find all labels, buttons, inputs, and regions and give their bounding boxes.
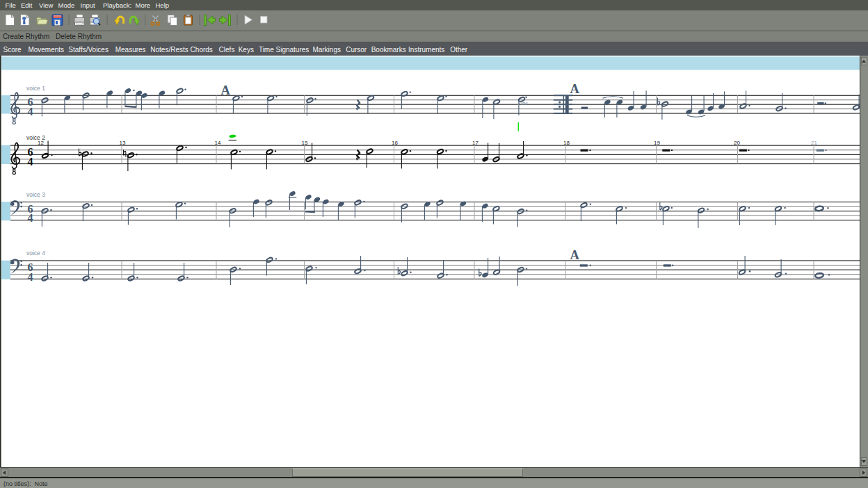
- svg-text:13: 13: [120, 140, 126, 146]
- svg-text:4: 4: [28, 212, 33, 224]
- svg-text:21: 21: [811, 140, 817, 146]
- svg-text:4: 4: [28, 271, 33, 283]
- svg-text:12: 12: [38, 140, 44, 146]
- svg-text:Fine: Fine: [517, 100, 528, 106]
- svg-text:19: 19: [654, 140, 660, 146]
- svg-text:A: A: [570, 248, 580, 262]
- svg-text:4: 4: [28, 106, 33, 117]
- svg-text:16: 16: [392, 140, 398, 146]
- svg-text:A: A: [570, 82, 580, 96]
- svg-text:4: 4: [28, 156, 33, 168]
- svg-text:voice 1: voice 1: [26, 85, 45, 92]
- svg-text:voice 3: voice 3: [26, 191, 45, 198]
- svg-text:voice 4: voice 4: [26, 250, 45, 257]
- svg-text:14: 14: [215, 140, 221, 146]
- svg-text:15: 15: [302, 140, 308, 146]
- svg-text:18: 18: [563, 140, 570, 146]
- svg-text:20: 20: [734, 140, 740, 146]
- svg-text:17: 17: [472, 140, 479, 146]
- svg-text:A: A: [221, 83, 231, 97]
